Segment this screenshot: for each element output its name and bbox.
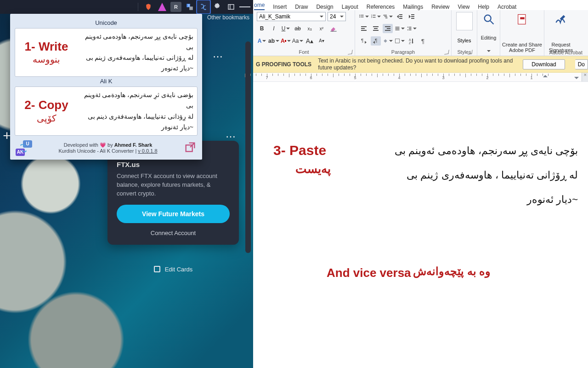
swap-direction-button[interactable]: U AK xyxy=(16,140,32,156)
sidebar-icon[interactable] xyxy=(226,1,237,12)
subscript-button[interactable]: x₂ xyxy=(305,24,315,33)
connect-account-link[interactable]: Connect Account xyxy=(117,228,230,238)
paragraph-group-label: Paragraph xyxy=(359,48,447,55)
svg-rect-20 xyxy=(411,14,414,15)
align-right-button[interactable] xyxy=(383,24,393,33)
view-future-markets-button[interactable]: View Future Markets xyxy=(117,205,230,223)
tab-references[interactable]: References xyxy=(367,4,395,10)
create-pdf-button[interactable]: Create and Share Adobe PDF xyxy=(500,10,544,56)
tab-help[interactable]: Help xyxy=(478,4,489,10)
unicode-text-content[interactable]: بۆچی نایەی پڕ سەرنجم، هاودەمی ئەوینم بی … xyxy=(78,31,193,74)
shrink-font-button[interactable]: A▾ xyxy=(317,36,327,46)
bold-button[interactable]: B xyxy=(257,24,267,33)
ltr-direction-button[interactable]: ¶ xyxy=(359,36,369,46)
converter-extension-popup: Unicode 1- Write بنووسە بۆچی نایەی پڕ سە… xyxy=(10,14,202,160)
ftx-title: FTX.us xyxy=(117,161,230,168)
decrease-indent-button[interactable] xyxy=(395,12,405,21)
shading-button[interactable] xyxy=(383,36,393,46)
strikethrough-button[interactable]: ab xyxy=(293,24,303,33)
font-name-combo[interactable]: Ali_K_Samik xyxy=(257,12,326,21)
svg-rect-34 xyxy=(396,30,400,31)
credit-author: Ahmed F. Shark xyxy=(114,142,153,148)
font-size-combo[interactable]: 24 xyxy=(328,12,346,21)
rtl-direction-button[interactable]: ¶ xyxy=(371,36,381,46)
other-bookmarks-link[interactable]: Other bookmarks xyxy=(207,14,249,21)
sort-button[interactable]: AZ xyxy=(407,36,417,46)
hanging-indent-marker[interactable] xyxy=(574,77,579,81)
multilevel-list-button[interactable] xyxy=(383,12,393,21)
change-case-button[interactable]: Aa xyxy=(293,36,303,46)
styles-label[interactable]: Styles xyxy=(458,38,471,43)
tab-home[interactable]: ome xyxy=(254,2,265,10)
superscript-button[interactable]: x² xyxy=(317,24,327,33)
horizontal-ruler[interactable]: 7654321 xyxy=(253,73,588,82)
do-button-partial[interactable]: Do xyxy=(575,59,588,69)
alik-text-box[interactable]: 2- Copy کۆپی بؤضى نايةى ثرِ سةرنجم، هاود… xyxy=(15,86,198,135)
tab-acrobat[interactable]: Acrobat xyxy=(498,4,516,10)
ruler-right-cap[interactable] xyxy=(582,73,588,81)
tab-layout[interactable]: Layout xyxy=(342,4,358,10)
unicode-text-box[interactable]: 1- Write بنووسە بۆچی نایەی پڕ سەرنجم، ها… xyxy=(15,28,198,77)
align-center-button[interactable] xyxy=(371,24,381,33)
step-2-label: 2- Copy کۆپی xyxy=(19,90,74,132)
kurdish-converter-extension-icon[interactable] xyxy=(198,1,209,12)
clear-formatting-button[interactable] xyxy=(328,24,339,33)
svg-rect-11 xyxy=(373,15,376,16)
show-marks-button[interactable]: ¶ xyxy=(418,36,429,46)
reader-mode-icon[interactable]: R xyxy=(170,2,181,12)
ntp-scrollbar[interactable] xyxy=(245,41,251,253)
svg-rect-40 xyxy=(396,39,400,43)
chevron-down-icon xyxy=(340,16,344,19)
numbering-button[interactable]: 12 xyxy=(371,12,381,21)
pasted-poem[interactable]: بۆچی نایەی پڕ سەرنجم، هاودەمی ئەوینم بی … xyxy=(380,139,578,212)
increase-indent-button[interactable] xyxy=(407,12,417,21)
svg-rect-3 xyxy=(228,5,234,10)
grow-font-button[interactable]: A▴ xyxy=(305,36,315,46)
line-spacing-button[interactable] xyxy=(407,24,417,33)
svg-rect-23 xyxy=(361,26,367,27)
tab-review[interactable]: Review xyxy=(431,4,449,10)
svg-line-45 xyxy=(490,21,493,24)
brave-shield-icon[interactable] xyxy=(143,1,154,12)
paragraph-dialog-launcher-icon[interactable] xyxy=(445,50,449,55)
highlight-button[interactable]: ab xyxy=(269,36,279,46)
font-color-button[interactable]: A xyxy=(281,36,291,46)
svg-rect-27 xyxy=(374,28,378,29)
chevron-down-icon xyxy=(487,50,491,54)
justify-button[interactable] xyxy=(395,24,405,33)
extensions-icon[interactable] xyxy=(212,1,223,12)
card-options-icon[interactable]: ⋯ xyxy=(213,51,224,63)
extension-version[interactable]: v 0.0.1.8 xyxy=(138,148,157,154)
request-signatures-button[interactable]: Request Signatures xyxy=(544,10,577,56)
editing-group[interactable]: Editing xyxy=(477,10,500,56)
triangle-app-icon[interactable] xyxy=(157,1,168,12)
first-line-indent-marker[interactable] xyxy=(543,73,548,77)
font-dialog-launcher-icon[interactable] xyxy=(348,50,353,55)
tab-draw[interactable]: Draw xyxy=(295,4,308,10)
open-in-new-icon[interactable] xyxy=(184,141,197,155)
download-proofing-button[interactable]: Download xyxy=(523,59,565,69)
italic-button[interactable]: I xyxy=(269,24,279,33)
tab-view[interactable]: View xyxy=(458,4,470,10)
styles-gallery[interactable] xyxy=(456,12,473,30)
hamburger-menu-icon[interactable] xyxy=(239,1,250,12)
underline-button[interactable]: U xyxy=(281,24,291,33)
alik-text-content[interactable]: بؤضى نايةى ثرِ سةرنجم، هاودةمى ئةوينم بى… xyxy=(78,90,193,132)
align-left-button[interactable] xyxy=(359,24,369,33)
tab-mailings[interactable]: Mailings xyxy=(403,4,423,10)
styles-dialog-launcher-icon[interactable] xyxy=(468,50,473,55)
bullets-button[interactable] xyxy=(359,12,369,21)
edit-cards-button[interactable]: Edit Cards xyxy=(107,262,239,276)
svg-rect-19 xyxy=(399,18,402,19)
document-area[interactable]: 3- Paste پەیست بۆچی نایەی پڕ سەرنجم، هاو… xyxy=(253,82,588,368)
svg-rect-25 xyxy=(361,30,367,31)
borders-button[interactable] xyxy=(395,36,405,46)
translate-icon[interactable]: 文 xyxy=(184,1,195,12)
paragraph-group-text: Paragraph xyxy=(391,49,415,55)
svg-rect-32 xyxy=(396,27,400,28)
tab-insert[interactable]: Insert xyxy=(273,4,287,10)
step-2-en: 2- Copy xyxy=(24,98,68,112)
signature-icon xyxy=(554,13,568,26)
tab-design[interactable]: Design xyxy=(316,4,333,10)
text-effects-button[interactable]: A xyxy=(257,36,267,46)
